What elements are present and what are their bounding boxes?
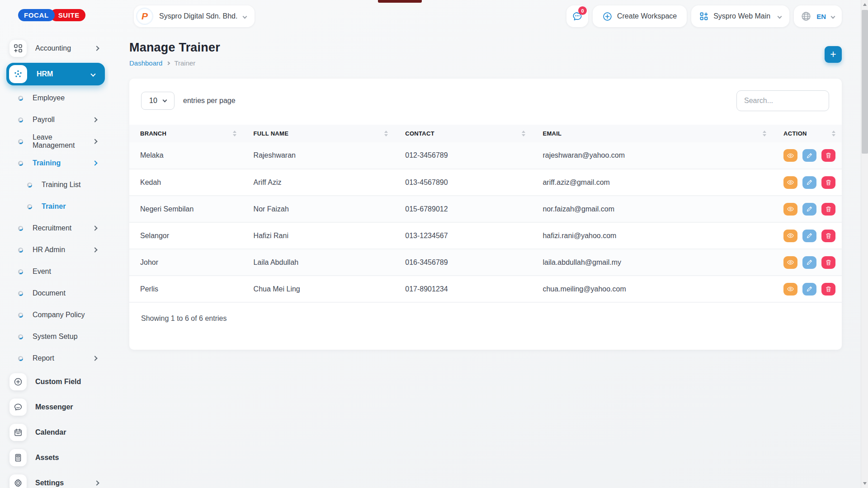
- sidebar-item-trainer[interactable]: Trainer: [0, 196, 108, 217]
- sidebar-item-document[interactable]: Document: [0, 282, 108, 304]
- company-selector[interactable]: P Syspro Digital Sdn. Bhd.: [134, 5, 255, 27]
- view-button[interactable]: [783, 230, 797, 242]
- bullet-icon: [18, 117, 23, 122]
- table-row: Selangor Hafizi Rani 013-1234567 hafizi.…: [129, 222, 842, 249]
- delete-button[interactable]: [821, 283, 835, 296]
- edit-button[interactable]: [802, 176, 816, 189]
- create-workspace-button[interactable]: Create Workspace: [593, 5, 687, 27]
- sidebar-item-training[interactable]: Training: [0, 152, 108, 174]
- sort-icon[interactable]: [758, 131, 766, 136]
- row-actions: [783, 283, 837, 296]
- chevron-down-icon: [778, 14, 782, 19]
- sidebar-item-messenger[interactable]: Messenger: [0, 394, 108, 420]
- breadcrumb-dashboard-link[interactable]: Dashboard: [129, 59, 162, 67]
- cell-branch: Selangor: [129, 222, 243, 249]
- view-button[interactable]: [783, 176, 797, 189]
- view-button[interactable]: [783, 256, 797, 269]
- circle-plus-icon: [9, 373, 27, 390]
- sidebar-item-accounting[interactable]: Accounting: [0, 38, 108, 58]
- syspro-p-logo: P: [136, 8, 153, 25]
- delete-button[interactable]: [821, 230, 835, 242]
- view-button[interactable]: [783, 149, 797, 162]
- chevron-down-icon: [243, 14, 247, 19]
- sidebar-item-employee[interactable]: Employee: [0, 87, 108, 109]
- grid-plus-icon: [9, 40, 27, 57]
- vertical-scrollbar[interactable]: [861, 0, 868, 488]
- cell-branch: Melaka: [129, 142, 243, 169]
- cell-full-name: Hafizi Rani: [243, 222, 395, 249]
- cell-email: hafizi.rani@yahoo.com: [532, 222, 773, 249]
- sidebar-item-hrm[interactable]: HRM: [6, 63, 105, 85]
- trash-icon: [826, 286, 831, 292]
- sidebar-item-company-policy[interactable]: Company Policy: [0, 304, 108, 326]
- logo-focal: FOCAL: [18, 9, 55, 21]
- chevron-right-icon: [94, 46, 99, 51]
- edit-button[interactable]: [802, 149, 816, 162]
- scroll-down-arrow-icon[interactable]: [863, 482, 867, 485]
- sort-icon[interactable]: [827, 131, 835, 136]
- column-header-branch[interactable]: BRANCH: [129, 125, 243, 142]
- search-input[interactable]: [736, 90, 829, 111]
- cell-email: ariff.aziz@gmail.com: [532, 169, 773, 196]
- topbar-actions: 0 Create Workspace Syspro Web Main: [566, 5, 842, 27]
- scrollbar-thumb[interactable]: [862, 10, 868, 154]
- row-actions: [783, 230, 837, 242]
- edit-button[interactable]: [802, 230, 816, 242]
- bullet-icon: [18, 269, 23, 274]
- chevron-right-icon: [92, 139, 97, 144]
- column-header-contact[interactable]: CONTACT: [394, 125, 532, 142]
- scroll-up-arrow-icon[interactable]: [863, 3, 867, 6]
- sidebar-item-payroll[interactable]: Payroll: [0, 109, 108, 131]
- cell-full-name: Laila Abdullah: [243, 249, 395, 276]
- globe-icon: [801, 11, 811, 21]
- sidebar-item-hr-admin[interactable]: HR Admin: [0, 239, 108, 261]
- cell-full-name: Chua Mei Ling: [243, 276, 395, 302]
- sort-icon[interactable]: [517, 131, 525, 136]
- delete-button[interactable]: [821, 176, 835, 189]
- view-button[interactable]: [783, 203, 797, 216]
- row-actions: [783, 203, 837, 216]
- language-selector[interactable]: EN: [794, 5, 842, 27]
- sidebar-item-training-list[interactable]: Training List: [0, 174, 108, 196]
- grid-plus-icon: [699, 12, 708, 21]
- edit-button[interactable]: [802, 256, 816, 269]
- view-button[interactable]: [783, 283, 797, 296]
- column-header-email[interactable]: EMAIL: [532, 125, 773, 142]
- chat-button[interactable]: 0: [566, 5, 588, 27]
- sidebar-item-leave-management[interactable]: Leave Management: [0, 131, 108, 152]
- workspace-selector[interactable]: Syspro Web Main: [691, 5, 789, 27]
- bullet-icon: [18, 313, 23, 318]
- table-header-row: BRANCH FULL NAME CONTACT EMAIL ACTION: [129, 125, 842, 142]
- add-trainer-button[interactable]: +: [825, 46, 842, 63]
- sidebar-item-event[interactable]: Event: [0, 261, 108, 282]
- page-title: Manage Trainer: [129, 41, 220, 55]
- bullet-icon: [27, 204, 32, 209]
- sidebar-item-settings[interactable]: Settings: [0, 470, 108, 488]
- delete-button[interactable]: [821, 203, 835, 216]
- topbar: P Syspro Digital Sdn. Bhd. 0 Create W: [108, 0, 861, 28]
- eye-icon: [787, 206, 794, 212]
- edit-button[interactable]: [802, 203, 816, 216]
- pencil-icon: [807, 286, 812, 292]
- table-row: Melaka Rajeshwaran 012-3456789 rajeshwar…: [129, 142, 842, 169]
- sort-icon[interactable]: [228, 131, 236, 136]
- sidebar-item-assets[interactable]: Assets: [0, 445, 108, 470]
- delete-button[interactable]: [821, 256, 835, 269]
- column-header-full-name[interactable]: FULL NAME: [243, 125, 395, 142]
- cell-branch: Perlis: [129, 276, 243, 302]
- cell-email: laila.abdullah@gmail.my: [532, 249, 773, 276]
- app-window: FOCAL SUITE Accounting HRM: [0, 0, 861, 488]
- sidebar-item-system-setup[interactable]: System Setup: [0, 326, 108, 347]
- circle-plus-icon: [603, 12, 612, 21]
- cell-full-name: Rajeshwaran: [243, 142, 395, 169]
- delete-button[interactable]: [821, 149, 835, 162]
- cell-email: nor.faizah@gmail.com: [532, 196, 773, 222]
- column-header-action[interactable]: ACTION: [773, 125, 842, 142]
- edit-button[interactable]: [802, 283, 816, 296]
- sidebar-item-calendar[interactable]: Calendar: [0, 420, 108, 445]
- entries-per-page-select[interactable]: 10: [141, 92, 175, 110]
- sidebar-item-report[interactable]: Report: [0, 347, 108, 369]
- sidebar-item-custom-field[interactable]: Custom Field: [0, 369, 108, 394]
- sidebar-item-recruitment[interactable]: Recruitment: [0, 217, 108, 239]
- sort-icon[interactable]: [380, 131, 388, 136]
